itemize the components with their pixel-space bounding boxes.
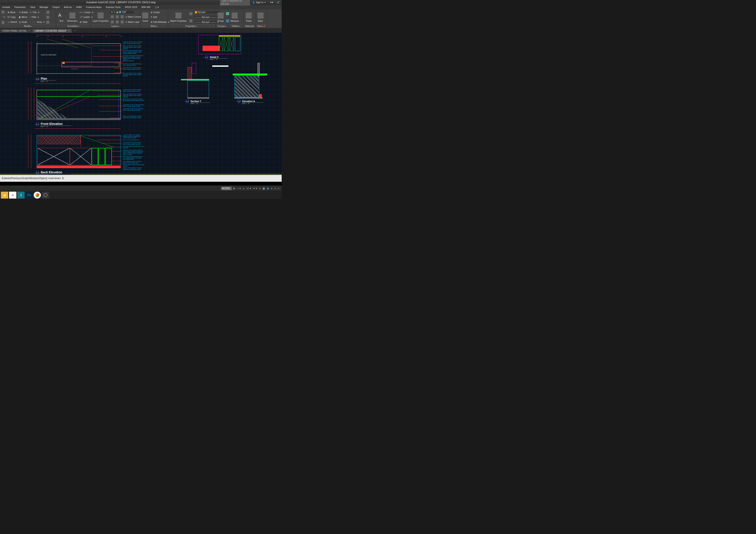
insert-button[interactable]: Insert [141,10,149,25]
panel-properties: Match Properties ByLayer ——— ByLayer ———… [168,10,216,28]
doc-tab-inactive[interactable]: IVIDER PANEL DETAIL✕ [0,29,32,33]
layer-selector[interactable]: ☀❄🔒TOP [110,11,134,13]
text-button[interactable]: AText [57,10,66,25]
tab-annotate[interactable]: nnotate [0,5,12,9]
tab-view[interactable]: View [28,5,38,9]
osnap-toggle[interactable]: ✶ ▾ [252,187,258,191]
model-button[interactable]: MODEL [221,187,232,191]
drawing-area[interactable]: WHITE POLYKEM FINISH SLANTING CABINET DO… [0,33,282,175]
layer-iso-1[interactable] [110,15,115,18]
cart-icon[interactable]: 🛒 [275,1,282,4]
stretch-button[interactable]: ▭Stretch [7,21,18,23]
signin-button[interactable]: 👤 Sign In ▼ [250,1,268,4]
props-extra-1[interactable] [189,12,193,15]
props-extra-2[interactable] [189,19,193,23]
pin-icon[interactable]: 📌 [263,25,265,27]
tab-parametric[interactable]: Parametric [12,5,28,9]
note-front-3: COUNTER TO BE IN WHITE SPRAY PAINT FINIS… [123,104,145,107]
make-current-button[interactable]: ≡Make Current [125,15,141,18]
misc-button[interactable] [1,21,5,24]
tab-featured[interactable]: Featured Apps [84,5,104,9]
grid-toggle[interactable]: ⊞ [232,187,236,191]
modify-extra-2[interactable] [46,15,50,19]
task-autocad[interactable]: A [9,191,16,198]
group-button[interactable]: Group [216,10,225,25]
line-button[interactable] [1,10,5,14]
panel-title-annotation[interactable]: Annotation [67,25,79,27]
mirror-button[interactable]: ◧Mirror [18,16,28,18]
panel-title-groups[interactable]: Groups [218,25,226,27]
task-photoshop[interactable]: Ps [25,191,33,198]
gromet-dot [63,62,65,64]
layer-lock[interactable] [120,20,124,24]
doc-tab-active[interactable]: LIBRARY COUNTER 130313*✕ [32,29,71,33]
tab-manage[interactable]: Manage [38,5,50,9]
task-explorer[interactable]: 📁 [1,191,8,198]
measure-button[interactable]: Measure [229,10,240,25]
tab-extras[interactable]: ▢ ▾ [152,5,161,9]
edit-attr-button[interactable]: ⚙Edit Attributes ▾ [150,21,170,23]
tab-output[interactable]: Output [50,5,62,9]
panel-title-clipboard[interactable]: Clipboard [245,25,254,27]
leader [106,147,122,147]
tab-bim360[interactable]: BIM 360 [139,5,152,9]
task-3dsmax[interactable]: 3 [17,191,25,198]
task-chrome[interactable] [34,191,41,198]
modify-extra-3[interactable] [46,20,50,24]
exchange-icon[interactable]: ✕▾ [268,1,275,4]
dimension-button[interactable]: Dimension [66,10,79,25]
layer-frz[interactable] [115,20,120,24]
ext-icon [46,16,49,19]
rotate-button[interactable]: ↻Rotate [18,11,28,14]
view-title-plan: 1.0 Planscale 1 : 15 [36,77,56,82]
anno-toggle-2[interactable]: ⅄ [274,187,277,191]
array-button[interactable]: ⋮⋮⋮Array ▾ [29,21,45,23]
panel-annotation: AText Dimension ⊢⊣Linear ▾ ↗°Leader ▾ ⊞T… [56,10,91,28]
misc-icon [2,21,5,24]
panel-clipboard: Paste Clipboard [244,10,256,28]
cycle-toggle[interactable]: ◉ [266,187,270,191]
new-tab-button[interactable]: ＋ [72,28,78,33]
close-icon[interactable]: ✕ [28,30,30,32]
tab-express[interactable]: Express Tools [104,5,122,9]
close-icon[interactable]: ✕ [68,30,69,32]
fillet-button[interactable]: ⌐Fillet ▾ [29,16,45,18]
ext-icon [46,11,49,14]
anno-toggle-1[interactable]: ⅄ [270,187,274,191]
panel-title-utilities[interactable]: Utilities [232,25,240,27]
layer-off[interactable] [110,20,115,24]
match-props-button[interactable]: Match Properties [169,10,188,25]
base-button[interactable]: Base [256,10,265,25]
polar-toggle[interactable]: ⊙ ▾ [246,187,252,191]
scale-button[interactable]: ◲Scale [18,21,28,23]
block-create-button[interactable]: ⊕Create [150,11,170,14]
panel-title-view[interactable]: View [257,25,263,27]
match-layer-button[interactable]: ≡Match Layer [125,20,140,24]
transp-toggle[interactable]: ▦ [262,187,266,191]
paste-button[interactable]: Paste [244,10,253,25]
lwt-toggle[interactable]: ≡ [258,187,262,191]
search-input[interactable]: Type a keyword or phrase [220,0,250,6]
copy-button[interactable]: ⿻Copy [7,16,18,18]
trim-button[interactable]: -/-Trim ▾ [29,11,45,14]
arc-button[interactable]: ⌒▾ [1,15,5,19]
modify-extra-1[interactable] [46,11,50,14]
tab-addins[interactable]: Add-ins [62,5,74,9]
layer-iso-3[interactable] [120,15,124,18]
panel-title-properties[interactable]: Properties [185,25,197,27]
tab-spds[interactable]: SPDS 2018 [122,5,139,9]
block-edit-button[interactable]: ✎Edit [150,16,170,18]
ortho-toggle[interactable]: ⊾ [242,187,246,191]
layer-properties-button[interactable]: Layer Properties [92,10,110,25]
layer-iso-2[interactable] [115,15,120,18]
panel-title-modify[interactable]: Modify [24,25,32,27]
command-line[interactable]: Extents/Previous/Scale/Window/Object] <r… [0,175,282,182]
dialog-launcher-icon[interactable]: ↘ [213,25,214,27]
move-button[interactable]: ✥Move [7,11,18,14]
task-obs[interactable] [42,191,49,198]
anno-toggle-3[interactable]: ⅄ [277,187,281,191]
panel-title-block[interactable]: Block [150,25,157,27]
panel-title-layers[interactable]: Layers [111,25,119,27]
snap-toggle[interactable]: ∷ ▾ [236,187,242,191]
tab-a360[interactable]: A360 [74,5,84,9]
